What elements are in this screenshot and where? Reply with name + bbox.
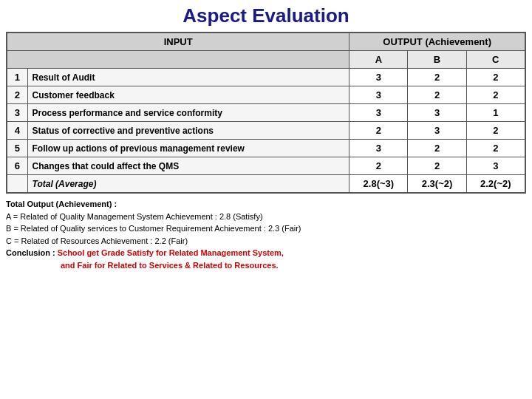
row-value-c: 2 xyxy=(466,140,525,157)
total-label: Total (Average) xyxy=(27,175,349,194)
footer-conclusion-red1: School get Grade Satisfy for Related Man… xyxy=(58,248,284,257)
footer-line1: Total Output (Achievement) : xyxy=(6,198,526,211)
col-input-header: INPUT xyxy=(7,33,349,51)
row-number: 4 xyxy=(7,122,27,140)
row-label: Result of Audit xyxy=(27,69,349,86)
row-value-b: 3 xyxy=(408,122,466,140)
total-num xyxy=(7,175,27,194)
total-c: 2.2(~2) xyxy=(466,175,525,194)
row-number: 1 xyxy=(7,69,27,86)
footer-total-label: Total Output (Achievement) : xyxy=(6,200,117,208)
row-label: Customer feedback xyxy=(27,86,349,104)
row-value-c: 3 xyxy=(466,157,525,175)
row-value-c: 2 xyxy=(466,86,525,104)
col-b-header: B xyxy=(408,51,466,69)
col-output-header: OUTPUT (Achievement) xyxy=(349,33,525,51)
row-value-a: 2 xyxy=(349,122,408,140)
col-c-header: C xyxy=(466,51,525,69)
row-value-a: 3 xyxy=(349,69,408,86)
footer-line4: C = Related of Resources Achievement : 2… xyxy=(6,235,526,248)
footer-line2: A = Related of Quality Management System… xyxy=(6,211,526,223)
row-value-b: 3 xyxy=(408,104,466,122)
row-value-b: 2 xyxy=(408,140,466,157)
footer-section: Total Output (Achievement) : A = Related… xyxy=(6,198,526,271)
footer-line6: and Fair for Related to Services & Relat… xyxy=(6,259,526,272)
row-value-b: 2 xyxy=(408,157,466,175)
footer-conclusion-red2: and Fair for Related to Services & Relat… xyxy=(61,261,279,270)
row-label: Process performance and service conformi… xyxy=(27,104,349,122)
row-label: Status of corrective and preventive acti… xyxy=(27,122,349,140)
row-value-b: 2 xyxy=(408,69,466,86)
table-row: 2 Customer feedback 3 2 2 xyxy=(7,86,525,104)
row-value-c: 1 xyxy=(466,104,525,122)
table-row: 5 Follow up actions of previous manageme… xyxy=(7,140,525,157)
footer-line3: B = Related of Quality services to Custo… xyxy=(6,222,526,235)
footer-c-line: C = Related of Resources Achievement : 2… xyxy=(6,236,188,245)
row-value-c: 2 xyxy=(466,122,525,140)
footer-b-line: B = Related of Quality services to Custo… xyxy=(6,224,301,233)
row-label: Changes that could affect the QMS xyxy=(27,157,349,175)
total-b: 2.3(~2) xyxy=(408,175,466,194)
row-number: 2 xyxy=(7,86,27,104)
row-value-a: 3 xyxy=(349,104,408,122)
row-number: 5 xyxy=(7,140,27,157)
row-value-b: 2 xyxy=(408,86,466,104)
row-label: Follow up actions of previous management… xyxy=(27,140,349,157)
row-value-a: 3 xyxy=(349,86,408,104)
footer-a-line: A = Related of Quality Management System… xyxy=(6,212,263,221)
page-title: Aspect Evaluation xyxy=(6,4,526,27)
aspect-table: INPUT OUTPUT (Achievement) A B C 1 Resul… xyxy=(6,32,526,194)
page-container: Aspect Evaluation INPUT OUTPUT (Achievem… xyxy=(0,0,532,399)
footer-conclusion-label: Conclusion : xyxy=(6,248,58,257)
table-row: 3 Process performance and service confor… xyxy=(7,104,525,122)
row-value-a: 3 xyxy=(349,140,408,157)
row-number: 6 xyxy=(7,157,27,175)
table-row: 4 Status of corrective and preventive ac… xyxy=(7,122,525,140)
table-row: 1 Result of Audit 3 2 2 xyxy=(7,69,525,86)
footer-line5: Conclusion : School get Grade Satisfy fo… xyxy=(6,247,526,259)
col-input-blank xyxy=(7,51,349,69)
row-number: 3 xyxy=(7,104,27,122)
total-a: 2.8(~3) xyxy=(349,175,408,194)
row-value-a: 2 xyxy=(349,157,408,175)
table-row: 6 Changes that could affect the QMS 2 2 … xyxy=(7,157,525,175)
col-a-header: A xyxy=(349,51,408,69)
total-row: Total (Average) 2.8(~3) 2.3(~2) 2.2(~2) xyxy=(7,175,525,194)
row-value-c: 2 xyxy=(466,69,525,86)
